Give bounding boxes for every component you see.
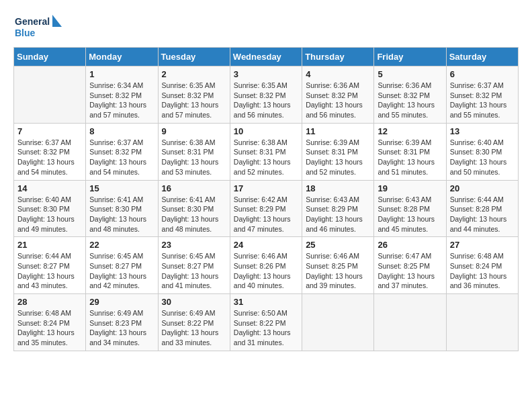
day-number: 9: [162, 126, 226, 136]
svg-text:Blue: Blue: [15, 28, 36, 38]
day-number: 4: [306, 69, 370, 79]
day-number: 23: [162, 240, 226, 250]
day-info: Sunrise: 6:43 AM Sunset: 8:29 PM Dayligh…: [306, 195, 370, 234]
day-cell: 28Sunrise: 6:48 AM Sunset: 8:24 PM Dayli…: [14, 294, 86, 351]
day-number: 29: [89, 297, 154, 307]
day-cell: 26Sunrise: 6:47 AM Sunset: 8:25 PM Dayli…: [374, 237, 446, 294]
day-info: Sunrise: 6:36 AM Sunset: 8:32 PM Dayligh…: [306, 81, 370, 120]
day-info: Sunrise: 6:42 AM Sunset: 8:29 PM Dayligh…: [234, 195, 298, 234]
header-cell-thursday: Thursday: [302, 48, 374, 66]
day-cell: 6Sunrise: 6:37 AM Sunset: 8:32 PM Daylig…: [446, 66, 518, 124]
day-cell: 19Sunrise: 6:43 AM Sunset: 8:28 PM Dayli…: [374, 180, 446, 237]
day-number: 13: [450, 126, 515, 136]
day-cell: 2Sunrise: 6:35 AM Sunset: 8:32 PM Daylig…: [158, 66, 230, 124]
day-cell: 4Sunrise: 6:36 AM Sunset: 8:32 PM Daylig…: [302, 66, 374, 124]
day-number: 24: [234, 240, 298, 250]
day-info: Sunrise: 6:48 AM Sunset: 8:24 PM Dayligh…: [17, 308, 82, 348]
logo: GeneralBlue: [13, 13, 67, 40]
day-cell: 8Sunrise: 6:37 AM Sunset: 8:32 PM Daylig…: [86, 123, 158, 180]
day-number: 26: [378, 240, 442, 250]
day-number: 7: [17, 126, 82, 136]
day-cell: [446, 294, 518, 351]
day-info: Sunrise: 6:40 AM Sunset: 8:30 PM Dayligh…: [17, 195, 82, 234]
calendar-body: 1Sunrise: 6:34 AM Sunset: 8:32 PM Daylig…: [14, 66, 519, 351]
calendar-table: SundayMondayTuesdayWednesdayThursdayFrid…: [13, 47, 519, 351]
day-number: 27: [450, 240, 515, 250]
day-info: Sunrise: 6:44 AM Sunset: 8:28 PM Dayligh…: [450, 195, 515, 234]
day-number: 2: [162, 69, 226, 79]
day-cell: 27Sunrise: 6:48 AM Sunset: 8:24 PM Dayli…: [446, 237, 518, 294]
day-cell: [374, 294, 446, 351]
day-info: Sunrise: 6:36 AM Sunset: 8:32 PM Dayligh…: [378, 81, 442, 120]
day-number: 12: [378, 126, 442, 136]
day-info: Sunrise: 6:37 AM Sunset: 8:32 PM Dayligh…: [89, 138, 154, 177]
logo-svg: GeneralBlue: [13, 13, 67, 40]
header-cell-friday: Friday: [374, 48, 446, 66]
day-cell: 23Sunrise: 6:45 AM Sunset: 8:27 PM Dayli…: [158, 237, 230, 294]
day-cell: 25Sunrise: 6:46 AM Sunset: 8:25 PM Dayli…: [302, 237, 374, 294]
day-number: 30: [162, 297, 226, 307]
day-info: Sunrise: 6:43 AM Sunset: 8:28 PM Dayligh…: [378, 195, 442, 234]
day-cell: 17Sunrise: 6:42 AM Sunset: 8:29 PM Dayli…: [230, 180, 302, 237]
day-cell: 31Sunrise: 6:50 AM Sunset: 8:22 PM Dayli…: [230, 294, 302, 351]
day-info: Sunrise: 6:49 AM Sunset: 8:22 PM Dayligh…: [162, 308, 226, 348]
svg-marker-0: [52, 15, 62, 27]
day-cell: 30Sunrise: 6:49 AM Sunset: 8:22 PM Dayli…: [158, 294, 230, 351]
header-cell-sunday: Sunday: [14, 48, 86, 66]
day-cell: 12Sunrise: 6:39 AM Sunset: 8:31 PM Dayli…: [374, 123, 446, 180]
day-number: 16: [162, 183, 226, 193]
day-cell: 7Sunrise: 6:37 AM Sunset: 8:32 PM Daylig…: [14, 123, 86, 180]
day-cell: 15Sunrise: 6:41 AM Sunset: 8:30 PM Dayli…: [86, 180, 158, 237]
header-cell-saturday: Saturday: [446, 48, 518, 66]
day-cell: 3Sunrise: 6:35 AM Sunset: 8:32 PM Daylig…: [230, 66, 302, 124]
day-cell: 13Sunrise: 6:40 AM Sunset: 8:30 PM Dayli…: [446, 123, 518, 180]
week-row-3: 14Sunrise: 6:40 AM Sunset: 8:30 PM Dayli…: [14, 180, 519, 237]
day-info: Sunrise: 6:48 AM Sunset: 8:24 PM Dayligh…: [450, 251, 515, 291]
day-number: 8: [89, 126, 154, 136]
day-number: 20: [450, 183, 515, 193]
day-number: 1: [89, 69, 154, 79]
day-info: Sunrise: 6:47 AM Sunset: 8:25 PM Dayligh…: [378, 251, 442, 291]
day-cell: 18Sunrise: 6:43 AM Sunset: 8:29 PM Dayli…: [302, 180, 374, 237]
day-number: 3: [234, 69, 298, 79]
day-cell: 11Sunrise: 6:39 AM Sunset: 8:31 PM Dayli…: [302, 123, 374, 180]
header-row: SundayMondayTuesdayWednesdayThursdayFrid…: [14, 48, 519, 66]
day-number: 14: [17, 183, 82, 193]
day-cell: 24Sunrise: 6:46 AM Sunset: 8:26 PM Dayli…: [230, 237, 302, 294]
day-number: 11: [306, 126, 370, 136]
day-number: 21: [17, 240, 82, 250]
day-info: Sunrise: 6:45 AM Sunset: 8:27 PM Dayligh…: [162, 251, 226, 291]
day-cell: 20Sunrise: 6:44 AM Sunset: 8:28 PM Dayli…: [446, 180, 518, 237]
day-info: Sunrise: 6:41 AM Sunset: 8:30 PM Dayligh…: [162, 195, 226, 234]
day-cell: 21Sunrise: 6:44 AM Sunset: 8:27 PM Dayli…: [14, 237, 86, 294]
day-cell: 5Sunrise: 6:36 AM Sunset: 8:32 PM Daylig…: [374, 66, 446, 124]
day-cell: 10Sunrise: 6:38 AM Sunset: 8:31 PM Dayli…: [230, 123, 302, 180]
day-info: Sunrise: 6:46 AM Sunset: 8:25 PM Dayligh…: [306, 251, 370, 291]
day-info: Sunrise: 6:37 AM Sunset: 8:32 PM Dayligh…: [17, 138, 82, 177]
week-row-1: 1Sunrise: 6:34 AM Sunset: 8:32 PM Daylig…: [14, 66, 519, 124]
day-info: Sunrise: 6:46 AM Sunset: 8:26 PM Dayligh…: [234, 251, 298, 291]
day-cell: 16Sunrise: 6:41 AM Sunset: 8:30 PM Dayli…: [158, 180, 230, 237]
day-number: 28: [17, 297, 82, 307]
day-number: 25: [306, 240, 370, 250]
day-number: 22: [89, 240, 154, 250]
day-info: Sunrise: 6:38 AM Sunset: 8:31 PM Dayligh…: [234, 138, 298, 177]
day-info: Sunrise: 6:37 AM Sunset: 8:32 PM Dayligh…: [450, 81, 515, 120]
day-number: 19: [378, 183, 442, 193]
week-row-4: 21Sunrise: 6:44 AM Sunset: 8:27 PM Dayli…: [14, 237, 519, 294]
day-number: 31: [234, 297, 298, 307]
page-header: GeneralBlue: [13, 13, 519, 40]
day-number: 17: [234, 183, 298, 193]
week-row-2: 7Sunrise: 6:37 AM Sunset: 8:32 PM Daylig…: [14, 123, 519, 180]
day-cell: 1Sunrise: 6:34 AM Sunset: 8:32 PM Daylig…: [86, 66, 158, 124]
day-info: Sunrise: 6:50 AM Sunset: 8:22 PM Dayligh…: [234, 308, 298, 348]
day-number: 18: [306, 183, 370, 193]
day-number: 10: [234, 126, 298, 136]
day-number: 6: [450, 69, 515, 79]
day-info: Sunrise: 6:45 AM Sunset: 8:27 PM Dayligh…: [89, 251, 154, 291]
calendar-header: SundayMondayTuesdayWednesdayThursdayFrid…: [14, 48, 519, 66]
day-cell: 29Sunrise: 6:49 AM Sunset: 8:23 PM Dayli…: [86, 294, 158, 351]
day-info: Sunrise: 6:41 AM Sunset: 8:30 PM Dayligh…: [89, 195, 154, 234]
day-info: Sunrise: 6:49 AM Sunset: 8:23 PM Dayligh…: [89, 308, 154, 348]
day-info: Sunrise: 6:39 AM Sunset: 8:31 PM Dayligh…: [378, 138, 442, 177]
